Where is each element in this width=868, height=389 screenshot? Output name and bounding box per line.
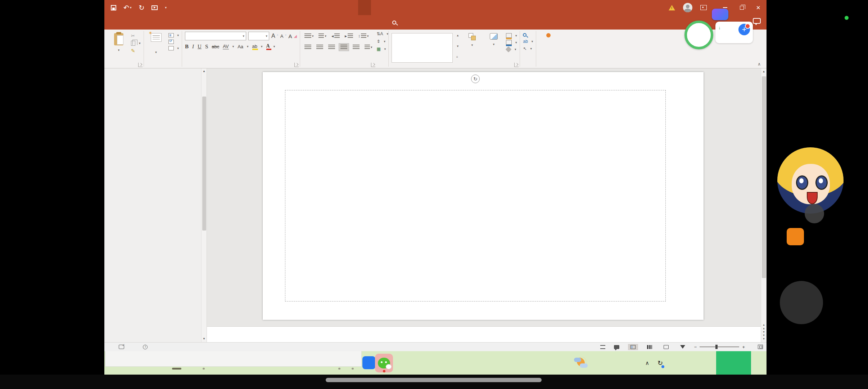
notes-pane[interactable]	[207, 326, 761, 342]
save-button[interactable]	[111, 5, 116, 10]
close-button[interactable]: ×	[750, 0, 767, 15]
font-dialog-launcher[interactable]	[294, 63, 299, 67]
show-hidden-icons[interactable]: ∧	[645, 351, 649, 375]
zoom-out-icon[interactable]: −	[694, 344, 697, 350]
weather-widget[interactable]	[574, 356, 591, 369]
paste-button[interactable]: ▾	[109, 32, 128, 61]
shrink-font-button[interactable]: Aˇ	[280, 33, 286, 39]
video-progress-bar[interactable]	[326, 378, 542, 382]
convert-smartart-button[interactable]: ▦▾	[376, 46, 388, 52]
accessibility-status[interactable]	[143, 345, 150, 349]
normal-view-button[interactable]	[628, 344, 638, 350]
scrollbar-thumb[interactable]	[202, 97, 206, 231]
scrollbar-thumb[interactable]	[762, 76, 766, 278]
collapse-ribbon-icon[interactable]: ∧	[758, 62, 761, 67]
account-info[interactable]	[669, 5, 678, 10]
slide-canvas[interactable]: ↻	[263, 72, 704, 320]
highlight-color-button[interactable]: ab	[252, 44, 257, 50]
align-right-button[interactable]	[327, 44, 336, 51]
quick-styles-button[interactable]: ▾	[484, 32, 503, 61]
account-avatar[interactable]	[683, 3, 692, 12]
performance-ring[interactable]	[684, 21, 713, 49]
format-painter-button[interactable]: ✎	[131, 48, 141, 54]
spell-check-icon[interactable]	[119, 345, 124, 349]
layout-button[interactable]: ▾	[168, 33, 179, 37]
redo-button[interactable]: ↻	[139, 4, 144, 12]
font-color-button[interactable]: A	[266, 43, 270, 50]
change-case-button[interactable]: Aa	[238, 44, 243, 49]
columns-button[interactable]: ▾	[363, 44, 374, 51]
drawing-dialog-launcher[interactable]	[514, 63, 519, 67]
zoom-in-icon[interactable]: +	[742, 344, 745, 350]
zoom-slider[interactable]: − +	[694, 344, 745, 350]
slideshow-view-button[interactable]	[678, 344, 688, 350]
decrease-indent-button[interactable]: ◂	[330, 32, 341, 40]
addins-button[interactable]	[539, 32, 558, 61]
font-name-combobox[interactable]: ▾	[185, 32, 246, 40]
undo-button[interactable]: ↶▾	[123, 4, 131, 12]
drawing-tools-context-tab[interactable]	[358, 0, 371, 15]
section-button[interactable]: ▾	[168, 46, 179, 50]
grow-font-button[interactable]: Aˆ	[271, 33, 278, 39]
scroll-up-icon[interactable]: ▲	[761, 68, 767, 75]
thumbnail-scrollbar[interactable]: ▲ ▼	[201, 68, 207, 342]
underline-button[interactable]: U	[198, 44, 202, 50]
shape-effects-button[interactable]: ▾	[506, 47, 517, 52]
clear-formatting-button[interactable]: A◢	[288, 33, 297, 39]
italic-button[interactable]: I	[192, 44, 194, 50]
cut-button[interactable]	[131, 33, 141, 39]
shapes-gallery[interactable]	[392, 33, 453, 63]
zoom-slider-thumb[interactable]	[715, 345, 718, 349]
replace-button[interactable]: ab▾	[523, 39, 533, 44]
next-slide-button[interactable]: ▼▼	[763, 331, 765, 337]
strikethrough-button[interactable]: abc	[212, 44, 219, 49]
scroll-up-icon[interactable]: ▲	[202, 68, 207, 74]
customize-quick-access-button[interactable]: ▾	[165, 6, 167, 9]
align-center-button[interactable]	[315, 44, 325, 51]
comments-toggle[interactable]	[614, 345, 621, 349]
text-direction-button[interactable]: ⇅A▾	[376, 31, 388, 36]
comments-icon[interactable]	[753, 18, 761, 24]
scroll-down-icon[interactable]: ▼	[202, 336, 207, 341]
sync-tray-icon[interactable]: ↻	[657, 351, 663, 375]
character-spacing-button[interactable]: AV	[223, 44, 229, 49]
main-scrollbar[interactable]: ▲ ▲▲ ▼▼ ▼	[761, 68, 767, 342]
arrange-button[interactable]: ▾	[463, 32, 482, 61]
find-button[interactable]	[523, 33, 533, 37]
justify-button[interactable]	[339, 43, 349, 51]
align-text-button[interactable]: ⇕▾	[376, 39, 388, 44]
taskbar-app-m-icon[interactable]	[362, 356, 375, 369]
shape-fill-button[interactable]: ▾	[506, 33, 517, 38]
tell-me-search[interactable]	[392, 15, 399, 30]
maximize-button[interactable]	[733, 0, 750, 15]
ai-assistant-button[interactable]	[712, 9, 728, 20]
align-left-button[interactable]	[303, 44, 313, 51]
font-size-combobox[interactable]: ▾	[248, 32, 269, 40]
assistant-plus-button[interactable]: +	[738, 24, 750, 35]
clock-widget[interactable]	[716, 351, 751, 375]
bullets-button[interactable]: ▾	[303, 32, 315, 40]
new-slide-button[interactable]: ▾	[147, 32, 166, 61]
selected-text-box[interactable]: ↻	[285, 90, 666, 301]
paragraph-dialog-launcher[interactable]	[371, 63, 375, 67]
microphone-button[interactable]	[780, 281, 823, 324]
distributed-button[interactable]	[351, 44, 361, 51]
copy-button[interactable]: ▾	[131, 41, 141, 46]
clipboard-dialog-launcher[interactable]	[138, 63, 143, 67]
select-button[interactable]: ↖▾	[523, 46, 533, 51]
slide-sorter-view-button[interactable]	[645, 344, 655, 350]
numbering-button[interactable]: ▾	[317, 32, 328, 40]
rotate-handle[interactable]: ↻	[471, 75, 480, 83]
shape-outline-button[interactable]: ▾	[506, 40, 517, 45]
notes-toggle[interactable]	[600, 345, 607, 349]
scroll-down-icon[interactable]: ▼	[763, 337, 765, 340]
previous-slide-button[interactable]: ▲▲	[763, 323, 765, 330]
shapes-gallery-scroll[interactable]: ▲▼≡	[456, 32, 460, 61]
line-spacing-button[interactable]: ↕▾	[357, 32, 370, 40]
bold-button[interactable]: B	[185, 44, 189, 50]
slide-text[interactable]	[285, 90, 665, 93]
fit-slide-to-window-icon[interactable]	[758, 345, 763, 349]
increase-indent-button[interactable]: ▸	[343, 32, 354, 40]
ribbon-display-options-icon[interactable]	[700, 5, 707, 10]
reset-button[interactable]	[168, 40, 179, 44]
